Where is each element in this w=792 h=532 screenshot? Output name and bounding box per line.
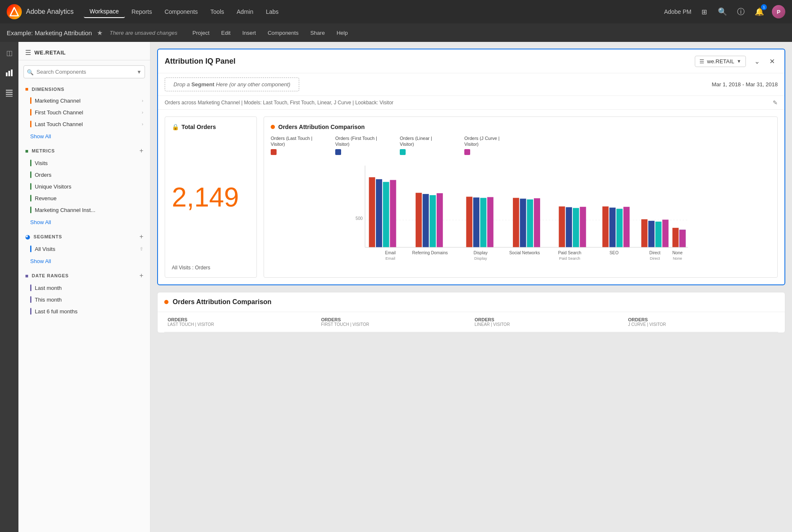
help-icon[interactable]: ⓘ bbox=[735, 6, 747, 18]
list-item[interactable]: Revenue bbox=[18, 192, 150, 204]
svg-rect-42 bbox=[641, 219, 647, 247]
list-item[interactable]: Last month bbox=[18, 282, 150, 294]
segments-icon: ◕ bbox=[25, 233, 30, 240]
list-item[interactable]: Marketing Channel › bbox=[18, 95, 150, 106]
list-item[interactable]: Last Touch Channel › bbox=[18, 118, 150, 130]
svg-rect-22 bbox=[466, 196, 473, 247]
svg-text:Direct: Direct bbox=[650, 256, 660, 261]
date-ranges-add-icon[interactable]: + bbox=[140, 272, 143, 279]
list-item[interactable]: Unique Visitors bbox=[18, 181, 150, 192]
nav-reports[interactable]: Reports bbox=[126, 6, 158, 18]
item-label: All Visits bbox=[35, 246, 136, 252]
sec-nav-help[interactable]: Help bbox=[331, 28, 353, 38]
item-label: Unique Visitors bbox=[35, 183, 143, 190]
panel-header: Attribution IQ Panel ☰ we.RETAIL ▼ ⌄ ✕ bbox=[158, 49, 784, 73]
top-nav-right: Adobe PM ⊞ 🔍 ⓘ 🔔 1 P bbox=[664, 5, 785, 18]
svg-rect-13 bbox=[376, 179, 382, 247]
close-icon[interactable]: ✕ bbox=[766, 55, 778, 67]
segment-drop-box[interactable]: Drop a Segment Here (or any other compon… bbox=[165, 77, 299, 91]
svg-text:Direct: Direct bbox=[650, 251, 661, 255]
chart-description: Orders across Marketing Channel | Models… bbox=[158, 96, 784, 110]
collapse-icon[interactable]: ⌄ bbox=[751, 55, 763, 67]
edit-icon[interactable]: ✎ bbox=[773, 99, 778, 106]
sec-nav-insert[interactable]: Insert bbox=[237, 28, 261, 38]
project-title: Example: Marketing Attribution bbox=[7, 29, 92, 36]
list-item[interactable]: This month bbox=[18, 294, 150, 305]
avatar[interactable]: P bbox=[772, 5, 785, 18]
svg-rect-44 bbox=[655, 222, 662, 247]
suite-selector[interactable]: ☰ we.RETAIL ▼ bbox=[695, 56, 746, 67]
segment-rest: Here (or any other component) bbox=[215, 81, 290, 88]
segments-add-icon[interactable]: + bbox=[140, 233, 143, 240]
list-item[interactable]: Last 6 full months bbox=[18, 305, 150, 317]
segments-header: ◕ SEGMENTS + bbox=[18, 229, 150, 243]
panel-actions: ⌄ ✕ bbox=[751, 55, 778, 67]
search-icon[interactable]: 🔍 bbox=[717, 6, 728, 18]
list-item[interactable]: First Touch Channel › bbox=[18, 106, 150, 118]
svg-text:Email: Email bbox=[386, 256, 395, 261]
panel-title: Attribution IQ Panel bbox=[165, 57, 690, 66]
sec-nav-edit[interactable]: Edit bbox=[216, 28, 236, 38]
list-item[interactable]: All Visits ⇧ bbox=[18, 243, 150, 255]
total-orders-card: 🔒 Total Orders 2,149 All Visits : Orders bbox=[165, 116, 257, 278]
sec-nav-project[interactable]: Project bbox=[187, 28, 214, 38]
sec-nav-share[interactable]: Share bbox=[305, 28, 330, 38]
search-bar[interactable]: 🔍 ▼ bbox=[23, 65, 145, 78]
red-dot-icon bbox=[271, 125, 275, 129]
chart-icon[interactable] bbox=[3, 67, 15, 79]
metrics-add-icon[interactable]: + bbox=[140, 147, 143, 155]
table-header-col: Orders First Touch | Visitor bbox=[318, 315, 471, 328]
list-item[interactable]: Orders bbox=[18, 169, 150, 181]
date-range: Mar 1, 2018 - Mar 31, 2018 bbox=[712, 81, 778, 88]
list-item[interactable]: Marketing Channel Inst... bbox=[18, 204, 150, 216]
dimensions-show-all[interactable]: Show All bbox=[30, 132, 143, 141]
main-content: Attribution IQ Panel ☰ we.RETAIL ▼ ⌄ ✕ D… bbox=[150, 42, 792, 532]
item-color-bar bbox=[30, 121, 31, 127]
legend-label: Orders (Linear |Visitor) bbox=[400, 135, 454, 147]
second-panel: Orders Attribution Comparison Orders Las… bbox=[157, 292, 785, 333]
search-icon: 🔍 bbox=[27, 69, 34, 75]
adobe-logo bbox=[7, 4, 22, 19]
chevron-down-icon: ▼ bbox=[737, 59, 741, 64]
nav-labs[interactable]: Labs bbox=[260, 6, 284, 18]
notification-icon[interactable]: 🔔 1 bbox=[753, 6, 765, 18]
metrics-icon: ■ bbox=[25, 148, 28, 154]
col-label: Orders bbox=[628, 317, 775, 322]
sec-nav-components[interactable]: Components bbox=[263, 28, 304, 38]
nav-components[interactable]: Components bbox=[159, 6, 204, 18]
segments-show-all[interactable]: Show All bbox=[30, 256, 143, 266]
table-icon[interactable] bbox=[3, 87, 15, 99]
item-label: Last 6 full months bbox=[35, 308, 143, 315]
logo-area[interactable]: Adobe Analytics bbox=[7, 4, 74, 19]
star-icon[interactable]: ★ bbox=[97, 29, 103, 37]
legend-item: Orders (Linear |Visitor) bbox=[400, 135, 454, 155]
metrics-title: METRICS bbox=[32, 148, 136, 153]
legend-color-blue bbox=[335, 149, 341, 155]
list-item[interactable]: Visits bbox=[18, 157, 150, 169]
search-input[interactable] bbox=[23, 65, 145, 78]
svg-rect-37 bbox=[603, 206, 609, 247]
grid-icon[interactable]: ⊞ bbox=[698, 6, 710, 18]
nav-tools[interactable]: Tools bbox=[204, 6, 230, 18]
item-color-bar bbox=[30, 109, 31, 116]
item-color-bar bbox=[30, 245, 31, 252]
metrics-show-all[interactable]: Show All bbox=[30, 217, 143, 227]
panel-icon[interactable]: ◫ bbox=[3, 47, 15, 59]
svg-line-1 bbox=[10, 8, 14, 16]
secondary-nav-items: Project Edit Insert Components Share Hel… bbox=[187, 28, 353, 38]
dimensions-icon: ■ bbox=[25, 86, 28, 92]
svg-rect-2 bbox=[6, 72, 8, 76]
svg-rect-38 bbox=[609, 207, 616, 247]
svg-rect-20 bbox=[437, 193, 443, 247]
attribution-iq-panel: Attribution IQ Panel ☰ we.RETAIL ▼ ⌄ ✕ D… bbox=[157, 49, 785, 285]
col-sublabel: J Curve | Visitor bbox=[628, 322, 775, 327]
nav-admin[interactable]: Admin bbox=[231, 6, 259, 18]
svg-rect-39 bbox=[616, 209, 623, 247]
svg-rect-32 bbox=[559, 206, 565, 247]
segment-keyword: Segment bbox=[192, 81, 215, 88]
nav-workspace[interactable]: Workspace bbox=[84, 5, 125, 18]
item-color-bar bbox=[30, 284, 31, 291]
svg-text:500: 500 bbox=[355, 216, 362, 221]
filter-icon[interactable]: ▼ bbox=[137, 69, 142, 75]
card-subtitle: All Visits : Orders bbox=[172, 265, 210, 271]
